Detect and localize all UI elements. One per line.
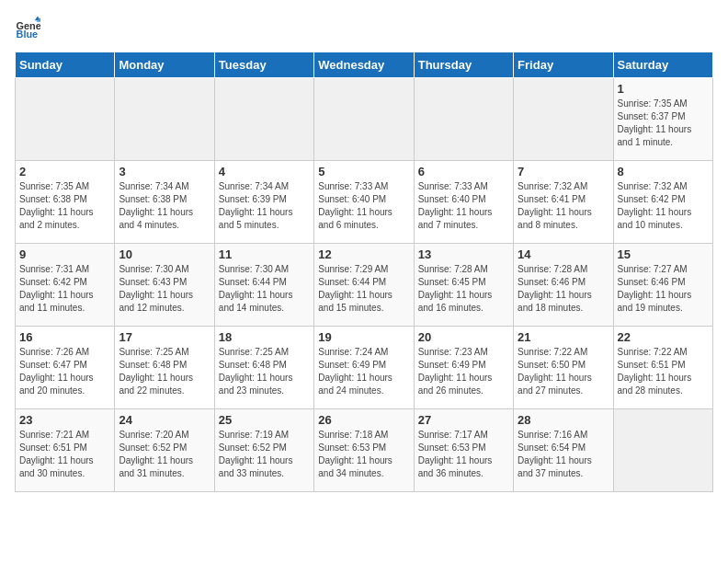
day-number: 19 (318, 330, 409, 344)
calendar-cell: 21Sunrise: 7:22 AM Sunset: 6:50 PM Dayli… (514, 327, 613, 409)
calendar-body: 1Sunrise: 7:35 AM Sunset: 6:37 PM Daylig… (16, 78, 713, 492)
day-info: Sunrise: 7:24 AM Sunset: 6:49 PM Dayligh… (318, 346, 409, 397)
calendar-cell: 16Sunrise: 7:26 AM Sunset: 6:47 PM Dayli… (16, 327, 115, 409)
calendar-cell: 6Sunrise: 7:33 AM Sunset: 6:40 PM Daylig… (414, 161, 513, 244)
day-number: 26 (318, 413, 409, 427)
day-info: Sunrise: 7:35 AM Sunset: 6:37 PM Dayligh… (618, 98, 709, 149)
day-info: Sunrise: 7:22 AM Sunset: 6:51 PM Dayligh… (618, 346, 709, 397)
day-number: 25 (219, 413, 310, 427)
day-info: Sunrise: 7:22 AM Sunset: 6:50 PM Dayligh… (518, 346, 609, 397)
day-info: Sunrise: 7:19 AM Sunset: 6:52 PM Dayligh… (219, 429, 310, 480)
day-number: 8 (618, 165, 709, 178)
calendar-week-row: 1Sunrise: 7:35 AM Sunset: 6:37 PM Daylig… (16, 78, 713, 161)
calendar-cell: 14Sunrise: 7:28 AM Sunset: 6:46 PM Dayli… (514, 244, 613, 327)
calendar-cell: 28Sunrise: 7:16 AM Sunset: 6:54 PM Dayli… (514, 409, 613, 492)
calendar-cell: 19Sunrise: 7:24 AM Sunset: 6:49 PM Dayli… (314, 327, 414, 409)
day-info: Sunrise: 7:25 AM Sunset: 6:48 PM Dayligh… (219, 346, 310, 397)
svg-text:Blue: Blue (17, 29, 39, 40)
day-info: Sunrise: 7:32 AM Sunset: 6:41 PM Dayligh… (518, 180, 609, 232)
day-number: 22 (618, 330, 709, 344)
day-info: Sunrise: 7:30 AM Sunset: 6:44 PM Dayligh… (219, 263, 310, 315)
calendar-cell: 20Sunrise: 7:23 AM Sunset: 6:49 PM Dayli… (414, 327, 513, 409)
day-number: 15 (618, 247, 709, 261)
weekday-header: Saturday (613, 52, 712, 78)
day-info: Sunrise: 7:20 AM Sunset: 6:52 PM Dayligh… (119, 429, 210, 480)
day-number: 28 (518, 413, 609, 427)
calendar-cell: 18Sunrise: 7:25 AM Sunset: 6:48 PM Dayli… (214, 327, 313, 409)
day-number: 20 (418, 330, 509, 344)
day-number: 6 (418, 165, 509, 178)
calendar-cell (214, 78, 313, 161)
day-number: 23 (19, 413, 110, 427)
day-info: Sunrise: 7:16 AM Sunset: 6:54 PM Dayligh… (518, 429, 609, 480)
day-info: Sunrise: 7:28 AM Sunset: 6:46 PM Dayligh… (518, 263, 609, 315)
calendar-cell (115, 78, 214, 161)
day-number: 13 (418, 247, 509, 261)
calendar-cell: 17Sunrise: 7:25 AM Sunset: 6:48 PM Dayli… (115, 327, 214, 409)
calendar-cell (414, 78, 513, 161)
calendar-header: SundayMondayTuesdayWednesdayThursdayFrid… (16, 52, 713, 78)
calendar-cell: 13Sunrise: 7:28 AM Sunset: 6:45 PM Dayli… (414, 244, 513, 327)
day-number: 10 (119, 247, 210, 261)
day-info: Sunrise: 7:18 AM Sunset: 6:53 PM Dayligh… (318, 429, 409, 480)
day-number: 17 (119, 330, 210, 344)
calendar-cell: 8Sunrise: 7:32 AM Sunset: 6:42 PM Daylig… (613, 161, 712, 244)
calendar-cell: 2Sunrise: 7:35 AM Sunset: 6:38 PM Daylig… (16, 161, 115, 244)
weekday-header: Sunday (16, 52, 115, 78)
day-info: Sunrise: 7:21 AM Sunset: 6:51 PM Dayligh… (19, 429, 110, 480)
calendar-week-row: 16Sunrise: 7:26 AM Sunset: 6:47 PM Dayli… (16, 327, 713, 409)
day-info: Sunrise: 7:34 AM Sunset: 6:38 PM Dayligh… (119, 180, 210, 232)
day-info: Sunrise: 7:26 AM Sunset: 6:47 PM Dayligh… (19, 346, 110, 397)
day-number: 2 (19, 165, 110, 178)
calendar-cell: 4Sunrise: 7:34 AM Sunset: 6:39 PM Daylig… (214, 161, 313, 244)
calendar-cell: 12Sunrise: 7:29 AM Sunset: 6:44 PM Dayli… (314, 244, 414, 327)
calendar-cell: 5Sunrise: 7:33 AM Sunset: 6:40 PM Daylig… (314, 161, 414, 244)
day-info: Sunrise: 7:29 AM Sunset: 6:44 PM Dayligh… (318, 263, 409, 315)
calendar-week-row: 23Sunrise: 7:21 AM Sunset: 6:51 PM Dayli… (16, 409, 713, 492)
day-info: Sunrise: 7:33 AM Sunset: 6:40 PM Dayligh… (318, 180, 409, 232)
day-info: Sunrise: 7:33 AM Sunset: 6:40 PM Dayligh… (418, 180, 509, 232)
calendar-cell: 10Sunrise: 7:30 AM Sunset: 6:43 PM Dayli… (115, 244, 214, 327)
weekday-header: Wednesday (314, 52, 414, 78)
calendar-cell (514, 78, 613, 161)
day-number: 3 (119, 165, 210, 178)
day-number: 27 (418, 413, 509, 427)
calendar-table: SundayMondayTuesdayWednesdayThursdayFrid… (15, 52, 713, 492)
day-info: Sunrise: 7:25 AM Sunset: 6:48 PM Dayligh… (119, 346, 210, 397)
calendar-cell: 27Sunrise: 7:17 AM Sunset: 6:53 PM Dayli… (414, 409, 513, 492)
day-number: 5 (318, 165, 409, 178)
calendar-cell: 26Sunrise: 7:18 AM Sunset: 6:53 PM Dayli… (314, 409, 414, 492)
weekday-header: Tuesday (214, 52, 313, 78)
day-info: Sunrise: 7:17 AM Sunset: 6:53 PM Dayligh… (418, 429, 509, 480)
day-info: Sunrise: 7:34 AM Sunset: 6:39 PM Dayligh… (219, 180, 310, 232)
day-number: 1 (618, 82, 709, 96)
page-header: General Blue (15, 15, 713, 40)
calendar-cell: 7Sunrise: 7:32 AM Sunset: 6:41 PM Daylig… (514, 161, 613, 244)
weekday-header: Monday (115, 52, 214, 78)
weekday-header: Friday (514, 52, 613, 78)
calendar-cell (314, 78, 414, 161)
day-info: Sunrise: 7:30 AM Sunset: 6:43 PM Dayligh… (119, 263, 210, 315)
day-info: Sunrise: 7:23 AM Sunset: 6:49 PM Dayligh… (418, 346, 509, 397)
day-number: 18 (219, 330, 310, 344)
day-info: Sunrise: 7:32 AM Sunset: 6:42 PM Dayligh… (618, 180, 709, 232)
day-number: 21 (518, 330, 609, 344)
day-number: 14 (518, 247, 609, 261)
weekday-header: Thursday (414, 52, 513, 78)
logo: General Blue (15, 15, 44, 40)
calendar-cell (613, 409, 712, 492)
day-info: Sunrise: 7:35 AM Sunset: 6:38 PM Dayligh… (19, 180, 110, 232)
calendar-cell: 24Sunrise: 7:20 AM Sunset: 6:52 PM Dayli… (115, 409, 214, 492)
day-number: 16 (19, 330, 110, 344)
day-number: 4 (219, 165, 310, 178)
calendar-cell (16, 78, 115, 161)
day-number: 24 (119, 413, 210, 427)
calendar-cell: 9Sunrise: 7:31 AM Sunset: 6:42 PM Daylig… (16, 244, 115, 327)
day-number: 9 (19, 247, 110, 261)
calendar-cell: 23Sunrise: 7:21 AM Sunset: 6:51 PM Dayli… (16, 409, 115, 492)
day-number: 12 (318, 247, 409, 261)
day-info: Sunrise: 7:31 AM Sunset: 6:42 PM Dayligh… (19, 263, 110, 315)
day-number: 7 (518, 165, 609, 178)
logo-icon: General Blue (15, 15, 40, 40)
day-info: Sunrise: 7:27 AM Sunset: 6:46 PM Dayligh… (618, 263, 709, 315)
